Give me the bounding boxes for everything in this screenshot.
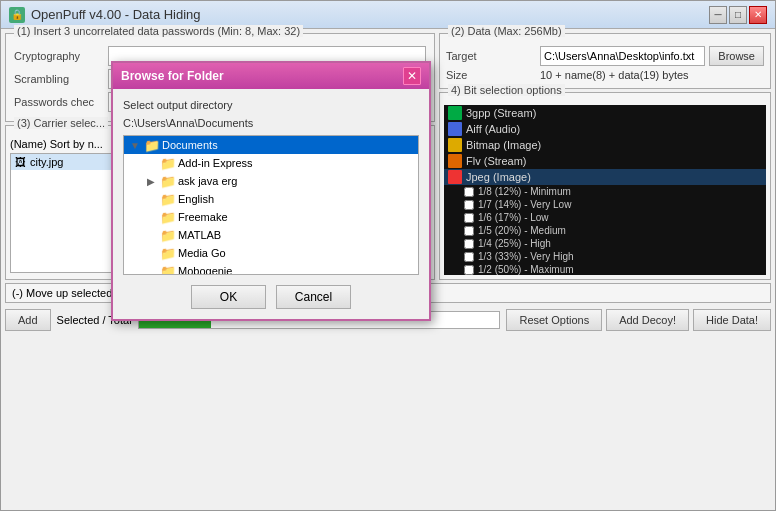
folder-icon-askjava: 📁 bbox=[160, 174, 176, 188]
tree-item-askjava[interactable]: ▶ 📁 ask java erg bbox=[124, 172, 418, 190]
dialog-titlebar: Browse for Folder ✕ bbox=[113, 63, 429, 89]
tree-item-matlab[interactable]: ▶ 📁 MATLAB bbox=[124, 226, 418, 244]
tree-label-addin: Add-in Express bbox=[178, 157, 253, 169]
toggle-askjava[interactable]: ▶ bbox=[144, 174, 158, 188]
folder-icon-mobogenie: 📁 bbox=[160, 264, 176, 275]
folder-icon-freemake: 📁 bbox=[160, 210, 176, 224]
dialog-ok-button[interactable]: OK bbox=[191, 285, 266, 309]
dialog-tree[interactable]: ▼ 📁 Documents ▶ 📁 Add-in Express ▶ 📁 bbox=[123, 135, 419, 275]
main-window: 🔒 OpenPuff v4.00 - Data Hiding ─ □ ✕ (1)… bbox=[0, 0, 776, 511]
tree-item-english[interactable]: ▶ 📁 English bbox=[124, 190, 418, 208]
folder-icon-documents: 📁 bbox=[144, 138, 160, 152]
folder-icon-matlab: 📁 bbox=[160, 228, 176, 242]
dialog-instruction: Select output directory bbox=[123, 99, 419, 111]
folder-icon-english: 📁 bbox=[160, 192, 176, 206]
dialog-close-button[interactable]: ✕ bbox=[403, 67, 421, 85]
tree-label-documents: Documents bbox=[162, 139, 218, 151]
tree-item-freemake[interactable]: ▶ 📁 Freemake bbox=[124, 208, 418, 226]
browse-folder-dialog: Browse for Folder ✕ Select output direct… bbox=[111, 61, 431, 321]
tree-item-documents[interactable]: ▼ 📁 Documents bbox=[124, 136, 418, 154]
toggle-documents[interactable]: ▼ bbox=[128, 138, 142, 152]
tree-label-english: English bbox=[178, 193, 214, 205]
dialog-title: Browse for Folder bbox=[121, 69, 224, 83]
dialog-cancel-button[interactable]: Cancel bbox=[276, 285, 351, 309]
dialog-body: Select output directory C:\Users\Anna\Do… bbox=[113, 89, 429, 319]
dialog-path: C:\Users\Anna\Documents bbox=[123, 117, 419, 129]
tree-label-matlab: MATLAB bbox=[178, 229, 221, 241]
folder-icon-addin: 📁 bbox=[160, 156, 176, 170]
tree-item-addin[interactable]: ▶ 📁 Add-in Express bbox=[124, 154, 418, 172]
tree-label-mediago: Media Go bbox=[178, 247, 226, 259]
dialog-overlay: Browse for Folder ✕ Select output direct… bbox=[1, 1, 775, 510]
folder-icon-mediago: 📁 bbox=[160, 246, 176, 260]
tree-item-mobogenie[interactable]: ▶ 📁 Mobogenie bbox=[124, 262, 418, 275]
tree-label-freemake: Freemake bbox=[178, 211, 228, 223]
tree-label-mobogenie: Mobogenie bbox=[178, 265, 232, 275]
tree-label-askjava: ask java erg bbox=[178, 175, 237, 187]
dialog-buttons: OK Cancel bbox=[123, 285, 419, 309]
tree-item-mediago[interactable]: ▶ 📁 Media Go bbox=[124, 244, 418, 262]
